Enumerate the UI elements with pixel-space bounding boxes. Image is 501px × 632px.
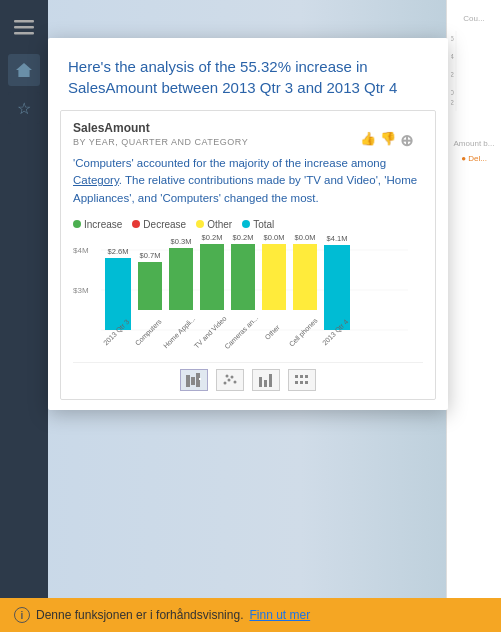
svg-rect-39 [191,377,195,385]
chart-actions: 👍 👎 ⊕ [360,131,413,150]
toolbar-bar-btn[interactable] [252,369,280,391]
thumbs-up-icon[interactable]: 👍 [360,131,376,150]
svg-text:$2.6M: $2.6M [108,247,129,256]
svg-text:6: 6 [451,35,454,42]
svg-rect-24 [262,244,286,310]
svg-point-45 [234,380,237,383]
right-sidebar-label2: Amount b... [451,139,497,148]
desc-text1: 'Computers' accounted for the majority o… [73,157,386,169]
total-dot [242,220,250,228]
svg-rect-47 [259,377,262,387]
preview-text: Denne funksjonen er i forhåndsvisning. [36,608,243,622]
svg-rect-41 [199,378,201,380]
sidebar-right: Cou... 6 4 2 0 -2 Amount b... ● Del... [446,0,501,632]
card-header: Here's the analysis of the 55.32% increa… [48,38,448,110]
find-out-more-link[interactable]: Finn ut mer [249,608,310,622]
svg-rect-0 [14,20,34,23]
svg-rect-2 [14,32,34,35]
svg-text:0: 0 [451,89,454,96]
sidebar-left: ☆ E B [0,0,48,632]
svg-text:Other: Other [264,323,282,341]
svg-text:2: 2 [451,71,454,78]
svg-rect-53 [295,381,298,384]
svg-rect-49 [269,374,272,387]
svg-rect-20 [200,244,224,310]
nav-favorite[interactable]: ☆ [8,92,40,124]
analysis-card: Here's the analysis of the 55.32% increa… [48,38,448,410]
card-title: Here's the analysis of the 55.32% increa… [68,56,428,98]
svg-text:$0.3M: $0.3M [171,237,192,246]
category-link[interactable]: Category [73,174,119,186]
toolbar-more-btn[interactable] [288,369,316,391]
svg-text:$0.0M: $0.0M [264,233,285,242]
svg-point-43 [228,378,231,381]
svg-point-44 [231,375,234,378]
svg-rect-28 [324,245,350,330]
svg-rect-51 [300,375,303,378]
legend-other: Other [196,219,232,230]
decrease-dot [132,220,140,228]
svg-text:TV and Video: TV and Video [193,314,228,349]
chart-section: SalesAmount BY YEAR, QUARTER AND CATEGOR… [60,110,436,400]
svg-text:$0.0M: $0.0M [295,233,316,242]
info-icon: i [14,607,30,623]
svg-rect-26 [293,244,317,310]
svg-rect-50 [295,375,298,378]
svg-rect-18 [169,248,193,310]
menu-icon[interactable] [14,20,34,36]
svg-text:Cell phones: Cell phones [288,316,320,348]
other-dot [196,220,204,228]
svg-text:$0.7M: $0.7M [140,251,161,260]
svg-rect-55 [305,381,308,384]
add-icon[interactable]: ⊕ [400,131,413,150]
svg-text:$3M: $3M [73,286,89,295]
legend-increase: Increase [73,219,122,230]
svg-text:Computers: Computers [134,317,164,347]
chart-toolbar [73,362,423,399]
legend-decrease: Decrease [132,219,186,230]
svg-text:-2: -2 [451,99,454,106]
svg-rect-52 [305,375,308,378]
desc-text2: . The relative contributions made by 'TV… [73,174,417,203]
chart-wrapper: SalesAmount BY YEAR, QUARTER AND CATEGOR… [73,121,423,399]
legend-total: Total [242,219,274,230]
preview-bar: i Denne funksjonen er i forhåndsvisning.… [0,598,501,632]
toolbar-waterfall-btn[interactable] [180,369,208,391]
svg-text:$0.2M: $0.2M [202,233,223,242]
thumbs-down-icon[interactable]: 👎 [380,131,396,150]
chart-description: 'Computers' accounted for the majority o… [73,155,423,207]
svg-rect-48 [264,380,267,387]
svg-text:$4M: $4M [73,246,89,255]
chart-legend: Increase Decrease Other Total [73,219,423,230]
nav-home[interactable] [8,54,40,86]
svg-text:$4.1M: $4.1M [327,234,348,243]
right-sidebar-chart: 6 4 2 0 -2 [451,31,497,111]
svg-point-42 [224,381,227,384]
svg-rect-16 [138,262,162,310]
svg-rect-1 [14,26,34,29]
svg-rect-38 [186,375,190,387]
right-sidebar-dot: ● Del... [451,154,497,163]
svg-point-46 [226,374,229,377]
toolbar-scatter-btn[interactable] [216,369,244,391]
svg-text:4: 4 [451,53,454,60]
increase-dot [73,220,81,228]
svg-rect-14 [105,258,131,330]
svg-rect-54 [300,381,303,384]
svg-text:$0.2M: $0.2M [233,233,254,242]
waterfall-chart: $4M $3M $2.6M $0.7M $0.3M [73,238,423,358]
svg-rect-22 [231,244,255,310]
svg-text:Cameras an...: Cameras an... [223,314,259,350]
right-sidebar-label: Cou... [451,14,497,23]
